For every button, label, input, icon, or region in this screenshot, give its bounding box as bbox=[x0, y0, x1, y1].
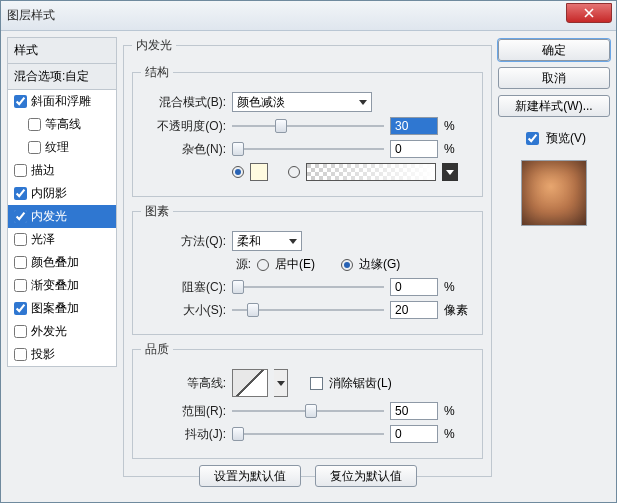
style-checkbox[interactable] bbox=[14, 348, 27, 361]
ok-button[interactable]: 确定 bbox=[498, 39, 610, 61]
layer-style-dialog: 图层样式 样式 混合选项:自定 斜面和浮雕等高线纹理描边内阴影内发光光泽颜色叠加… bbox=[0, 0, 617, 503]
style-checkbox[interactable] bbox=[14, 233, 27, 246]
style-checkbox[interactable] bbox=[14, 325, 27, 338]
style-list: 斜面和浮雕等高线纹理描边内阴影内发光光泽颜色叠加渐变叠加图案叠加外发光投影 bbox=[7, 90, 117, 367]
style-label: 外发光 bbox=[31, 323, 67, 340]
style-checkbox[interactable] bbox=[28, 118, 41, 131]
range-label: 范围(R): bbox=[141, 403, 226, 420]
color-radio[interactable] bbox=[232, 166, 244, 178]
gradient-radio[interactable] bbox=[288, 166, 300, 178]
jitter-input[interactable]: 0 bbox=[390, 425, 438, 443]
noise-input[interactable]: 0 bbox=[390, 140, 438, 158]
chevron-down-icon bbox=[289, 239, 297, 244]
sidebar-item[interactable]: 渐变叠加 bbox=[8, 274, 116, 297]
preview-label: 预览(V) bbox=[546, 130, 586, 147]
cancel-button[interactable]: 取消 bbox=[498, 67, 610, 89]
color-swatch[interactable] bbox=[250, 163, 268, 181]
gradient-dropdown[interactable] bbox=[442, 163, 458, 181]
right-buttons: 确定 取消 新建样式(W)... 预览(V) bbox=[498, 37, 610, 496]
contour-picker[interactable] bbox=[232, 369, 268, 397]
blend-options-header[interactable]: 混合选项:自定 bbox=[7, 64, 117, 90]
style-checkbox[interactable] bbox=[14, 187, 27, 200]
sidebar-item[interactable]: 颜色叠加 bbox=[8, 251, 116, 274]
choke-label: 阻塞(C): bbox=[141, 279, 226, 296]
percent-unit: % bbox=[444, 119, 474, 133]
method-dropdown[interactable]: 柔和 bbox=[232, 231, 302, 251]
new-style-button[interactable]: 新建样式(W)... bbox=[498, 95, 610, 117]
size-input[interactable]: 20 bbox=[390, 301, 438, 319]
preview-checkbox[interactable] bbox=[526, 132, 539, 145]
titlebar: 图层样式 bbox=[1, 1, 616, 31]
antialias-label: 消除锯齿(L) bbox=[329, 375, 392, 392]
style-checkbox[interactable] bbox=[14, 164, 27, 177]
make-default-button[interactable]: 设置为默认值 bbox=[199, 465, 301, 487]
reset-default-button[interactable]: 复位为默认值 bbox=[315, 465, 417, 487]
style-label: 投影 bbox=[31, 346, 55, 363]
edge-label: 边缘(G) bbox=[359, 256, 400, 273]
source-label: 源: bbox=[141, 256, 251, 273]
percent-unit: % bbox=[444, 427, 474, 441]
sidebar-item[interactable]: 外发光 bbox=[8, 320, 116, 343]
edge-radio[interactable] bbox=[341, 259, 353, 271]
sidebar-item[interactable]: 描边 bbox=[8, 159, 116, 182]
style-checkbox[interactable] bbox=[14, 279, 27, 292]
style-label: 内阴影 bbox=[31, 185, 67, 202]
preview-thumbnail bbox=[521, 160, 587, 226]
percent-unit: % bbox=[444, 142, 474, 156]
sidebar-item[interactable]: 纹理 bbox=[8, 136, 116, 159]
settings-panel: 内发光 结构 混合模式(B): 颜色减淡 不透明度(O): 30 bbox=[123, 37, 492, 496]
style-label: 光泽 bbox=[31, 231, 55, 248]
noise-slider[interactable] bbox=[232, 141, 384, 157]
sidebar-item[interactable]: 图案叠加 bbox=[8, 297, 116, 320]
window-title: 图层样式 bbox=[7, 7, 55, 24]
sidebar-item[interactable]: 内发光 bbox=[8, 205, 116, 228]
opacity-input[interactable]: 30 bbox=[390, 117, 438, 135]
styles-sidebar: 样式 混合选项:自定 斜面和浮雕等高线纹理描边内阴影内发光光泽颜色叠加渐变叠加图… bbox=[7, 37, 117, 496]
sidebar-item[interactable]: 投影 bbox=[8, 343, 116, 366]
choke-input[interactable]: 0 bbox=[390, 278, 438, 296]
style-label: 渐变叠加 bbox=[31, 277, 79, 294]
jitter-slider[interactable] bbox=[232, 426, 384, 442]
center-label: 居中(E) bbox=[275, 256, 315, 273]
style-checkbox[interactable] bbox=[14, 302, 27, 315]
size-slider[interactable] bbox=[232, 302, 384, 318]
sidebar-item[interactable]: 等高线 bbox=[8, 113, 116, 136]
contour-dropdown[interactable] bbox=[274, 369, 288, 397]
style-label: 描边 bbox=[31, 162, 55, 179]
gradient-picker[interactable] bbox=[306, 163, 436, 181]
style-label: 内发光 bbox=[31, 208, 67, 225]
sidebar-item[interactable]: 斜面和浮雕 bbox=[8, 90, 116, 113]
method-label: 方法(Q): bbox=[141, 233, 226, 250]
blend-mode-dropdown[interactable]: 颜色减淡 bbox=[232, 92, 372, 112]
sidebar-item[interactable]: 光泽 bbox=[8, 228, 116, 251]
noise-label: 杂色(N): bbox=[141, 141, 226, 158]
structure-legend: 结构 bbox=[141, 64, 173, 81]
chevron-down-icon bbox=[359, 100, 367, 105]
range-input[interactable]: 50 bbox=[390, 402, 438, 420]
center-radio[interactable] bbox=[257, 259, 269, 271]
percent-unit: % bbox=[444, 280, 474, 294]
method-value: 柔和 bbox=[237, 233, 261, 250]
style-label: 图案叠加 bbox=[31, 300, 79, 317]
elements-group: 图素 方法(Q): 柔和 源: 居中(E) 边缘( bbox=[132, 203, 483, 335]
antialias-checkbox[interactable] bbox=[310, 377, 323, 390]
style-label: 颜色叠加 bbox=[31, 254, 79, 271]
sidebar-item[interactable]: 内阴影 bbox=[8, 182, 116, 205]
opacity-label: 不透明度(O): bbox=[141, 118, 226, 135]
opacity-slider[interactable] bbox=[232, 118, 384, 134]
styles-header[interactable]: 样式 bbox=[7, 37, 117, 64]
close-icon bbox=[584, 8, 594, 18]
contour-label: 等高线: bbox=[141, 375, 226, 392]
choke-slider[interactable] bbox=[232, 279, 384, 295]
style-checkbox[interactable] bbox=[14, 256, 27, 269]
style-checkbox[interactable] bbox=[14, 95, 27, 108]
quality-legend: 品质 bbox=[141, 341, 173, 358]
close-button[interactable] bbox=[566, 3, 612, 23]
style-checkbox[interactable] bbox=[28, 141, 41, 154]
px-unit: 像素 bbox=[444, 302, 474, 319]
inner-glow-group: 内发光 结构 混合模式(B): 颜色减淡 不透明度(O): 30 bbox=[123, 37, 492, 477]
structure-group: 结构 混合模式(B): 颜色减淡 不透明度(O): 30 % bbox=[132, 64, 483, 197]
range-slider[interactable] bbox=[232, 403, 384, 419]
blend-mode-label: 混合模式(B): bbox=[141, 94, 226, 111]
style-checkbox[interactable] bbox=[14, 210, 27, 223]
